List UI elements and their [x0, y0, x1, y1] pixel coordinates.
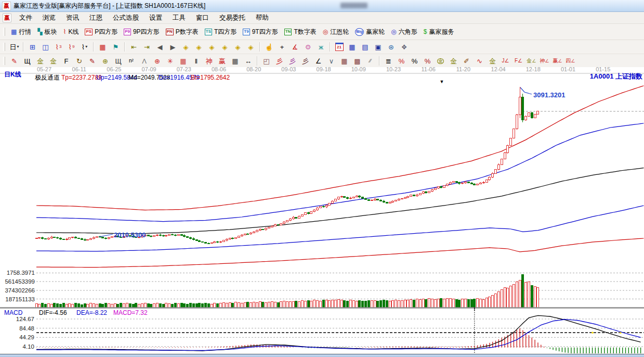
- gold-comb-icon-button[interactable]: 金: [34, 56, 46, 66]
- candle-pair-icon-button[interactable]: ‖: [190, 56, 202, 66]
- diamond-compress-all-icon-button[interactable]: ◈: [245, 42, 257, 52]
- diamond-expand-all-icon-button[interactable]: ◈: [232, 42, 244, 52]
- menu-item-资讯[interactable]: 资讯: [61, 12, 84, 23]
- network-icon-button[interactable]: ⊛: [385, 42, 397, 52]
- p-square-button[interactable]: PSP四方形: [82, 27, 121, 37]
- pattern-brain-icon-button[interactable]: ж: [315, 42, 327, 52]
- calculator-icon-button[interactable]: ▦: [346, 42, 358, 52]
- width-measure-icon-button[interactable]: ↔: [242, 56, 254, 66]
- menu-item-窗口[interactable]: 窗口: [191, 12, 214, 23]
- star-burst-icon-button[interactable]: ✳: [164, 56, 176, 66]
- gold-comb-2-icon-button[interactable]: 金: [47, 56, 59, 66]
- grid-comb-icon-button[interactable]: Щ: [21, 56, 33, 66]
- crosshair-icon-button[interactable]: +: [276, 42, 288, 52]
- hexagon-button[interactable]: ◎六角形: [388, 27, 420, 37]
- target-cross-icon-button[interactable]: ⊕: [151, 56, 163, 66]
- wave-tool-icon-button[interactable]: ∿: [474, 56, 485, 66]
- t-square-button[interactable]: TST四方形: [202, 27, 240, 37]
- calendar-icon-button[interactable]: 21: [333, 42, 345, 52]
- menu-item-帮助[interactable]: 帮助: [251, 12, 274, 23]
- web-grid-icon-button[interactable]: ▦: [177, 56, 189, 66]
- ying-angle-icon-button[interactable]: 赢∠: [551, 56, 563, 66]
- gann-grid-window-icon-button[interactable]: ⊞: [27, 42, 38, 52]
- diamond-expand-h-icon-button[interactable]: ◈: [206, 42, 218, 52]
- menu-item-江恩[interactable]: 江恩: [84, 12, 108, 23]
- pencil-tool-icon-button[interactable]: ✎: [8, 56, 20, 66]
- fan-box-icon-button[interactable]: 彡: [286, 56, 298, 66]
- pencil-ruler-icon-button[interactable]: ✎: [86, 56, 98, 66]
- gann-wheel-button[interactable]: ◎江恩轮: [320, 27, 352, 37]
- angle-measure-icon-button[interactable]: ∡: [289, 42, 301, 52]
- si-angle-icon-button[interactable]: 四∠: [564, 56, 576, 66]
- save-icon-button[interactable]: ▣: [372, 42, 384, 52]
- last-bar-icon-button[interactable]: ⇥: [141, 42, 153, 52]
- ying-tool-icon-button[interactable]: 赢: [216, 56, 228, 66]
- drag-hand-icon-button[interactable]: ☝: [263, 42, 275, 52]
- info-list-icon-button[interactable]: ◫: [40, 42, 51, 52]
- p9-square-button[interactable]: P99P四方形: [121, 27, 162, 37]
- diamond-shift-left-icon-button[interactable]: ◈: [180, 42, 192, 52]
- spiral-tool-icon-button[interactable]: ↻: [73, 56, 85, 66]
- percent-t-icon-button[interactable]: %: [396, 56, 408, 66]
- ruler-grid-icon-button[interactable]: ▦: [229, 56, 241, 66]
- gold-line-2-icon-button[interactable]: 金: [487, 56, 498, 66]
- f-angle-icon-button[interactable]: F∠: [512, 56, 524, 66]
- prev-bar-icon-button[interactable]: ◀: [154, 42, 166, 52]
- menu-item-公式选股[interactable]: 公式选股: [108, 12, 144, 23]
- f-comb-icon-button[interactable]: F: [60, 56, 72, 66]
- menu-item-工具[interactable]: 工具: [167, 12, 191, 23]
- diamond-shift-right-icon-button[interactable]: ◈: [193, 42, 205, 52]
- t9-square-button[interactable]: T99T四方形: [240, 27, 281, 37]
- toolbar-grip: [3, 57, 5, 65]
- angle-line-icon-button[interactable]: ∠: [312, 56, 324, 66]
- winner-wheel-button[interactable]: Big赢家轮: [352, 27, 388, 37]
- candle-group-3-icon-button[interactable]: ⌇3: [52, 42, 64, 52]
- kline-button[interactable]: ⌇K线: [60, 27, 82, 37]
- percent-line-icon-button[interactable]: %: [422, 56, 433, 66]
- box-select-icon-button[interactable]: ◰: [260, 56, 272, 66]
- circle-grid-icon-button[interactable]: ⊕: [99, 56, 111, 66]
- next-bar-icon-button[interactable]: ▶: [167, 42, 179, 52]
- remote-pc-icon-button[interactable]: ❖: [398, 42, 410, 52]
- menu-item-浏览[interactable]: 浏览: [37, 12, 61, 23]
- shen-angle-icon-button[interactable]: 神∠: [538, 56, 550, 66]
- v-waves-icon-button[interactable]: ∨: [325, 56, 337, 66]
- comb-dense-icon-button[interactable]: Щ: [112, 56, 124, 66]
- step-bars-icon-button[interactable]: ≣: [383, 56, 395, 66]
- gold-circle-icon-button[interactable]: 金: [435, 56, 446, 66]
- percent-icon-button[interactable]: %: [409, 56, 420, 66]
- menu-item-交易委托[interactable]: 交易委托: [214, 12, 251, 23]
- candle-style-icon-button[interactable]: ⌇▾: [78, 42, 90, 52]
- title-bar[interactable]: 赢 赢家江恩专业版[赢家内部服务平台] - [上证指数 SH1A0001-167…: [0, 0, 644, 12]
- gold-line-icon-button[interactable]: 金: [448, 56, 459, 66]
- brush-tool-icon-button[interactable]: ✐: [461, 56, 472, 66]
- menu-item-设置[interactable]: 设置: [144, 12, 167, 23]
- parallel-slashes-icon-button[interactable]: ∕∕: [364, 56, 376, 66]
- market-quotes-button[interactable]: ▦行情: [8, 27, 34, 37]
- fan-box-2-icon-button[interactable]: 彡: [299, 56, 311, 66]
- grid-square-icon-button[interactable]: ▦: [338, 56, 350, 66]
- notes-icon-button[interactable]: ▤: [359, 42, 371, 52]
- winner-service-button[interactable]: $赢家服务: [420, 27, 457, 37]
- winner-service-icon: $: [424, 28, 427, 35]
- mirror-fold-icon-button[interactable]: Λ: [138, 56, 150, 66]
- diamond-compress-h-icon-button[interactable]: ◈: [219, 42, 231, 52]
- grid-square-icon: ▦: [341, 58, 347, 65]
- p-number-table-button[interactable]: PNP数字表: [163, 27, 202, 37]
- flag-chart-icon-button[interactable]: ⚑: [110, 42, 122, 52]
- gold-angle-icon-button[interactable]: 金∠: [525, 56, 537, 66]
- sector-blocks-button[interactable]: ▚板块: [34, 27, 60, 37]
- gear-tool-icon-button[interactable]: ⚙: [302, 42, 314, 52]
- first-bar-icon-button[interactable]: ⇤: [128, 42, 140, 52]
- n-squared-icon-button[interactable]: n²: [125, 56, 137, 66]
- grid-square-2-icon-button[interactable]: ▩: [351, 56, 363, 66]
- period-day-selector-icon-button[interactable]: 日▾: [8, 42, 20, 52]
- shen-tool-icon-button[interactable]: 神: [203, 56, 215, 66]
- t-number-table-button[interactable]: TNT数字表: [281, 27, 320, 37]
- candle-group-9-icon-button[interactable]: ⌇9: [65, 42, 77, 52]
- j-angle-icon-button[interactable]: J∠: [500, 56, 511, 66]
- menu-item-文件[interactable]: 文件: [14, 12, 37, 23]
- ray-fan-icon-button[interactable]: 彡: [273, 56, 285, 66]
- chart-canvas[interactable]: 05-2706-1106-2507-0907-2308-0608-2009-03…: [0, 67, 644, 357]
- gann-box-icon-button[interactable]: ▦: [97, 42, 109, 52]
